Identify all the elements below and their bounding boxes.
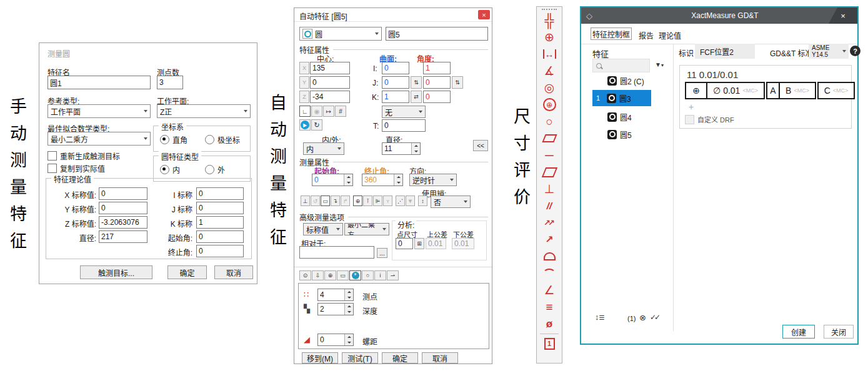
- tab-nominals[interactable]: 理论值: [659, 30, 681, 41]
- use-pin-select[interactable]: 否: [431, 195, 471, 208]
- j-nominal-input[interactable]: 0: [196, 202, 244, 214]
- select-all-icon[interactable]: ✓✓: [650, 313, 659, 322]
- radio-inner[interactable]: 内: [160, 164, 180, 175]
- surface-i-input[interactable]: 0: [382, 62, 409, 74]
- ref-type-select[interactable]: 工作平面: [47, 104, 151, 118]
- start-angle-input[interactable]: 0: [196, 230, 244, 243]
- anchor-icon[interactable]: ⊥: [301, 195, 310, 206]
- x-axis-button[interactable]: X: [299, 62, 309, 74]
- surface-j-input[interactable]: 0: [382, 76, 409, 89]
- y-axis-button[interactable]: Y: [299, 76, 309, 89]
- spinner[interactable]: [344, 334, 353, 345]
- bestfit-select[interactable]: 最小二乘方: [47, 132, 151, 146]
- angle-i-input[interactable]: 1: [423, 62, 451, 74]
- position-group-icon[interactable]: ╬: [545, 12, 554, 29]
- z-axis-button[interactable]: Z: [299, 91, 309, 103]
- num-hits-input[interactable]: 4: [317, 289, 354, 301]
- rotate-icon[interactable]: ↺: [311, 195, 320, 206]
- center-y-input[interactable]: 0: [310, 76, 350, 89]
- return-path-icon[interactable]: ↴: [331, 195, 340, 206]
- test-button[interactable]: 测试(T): [342, 352, 378, 364]
- upper-tol-input[interactable]: 0.01: [426, 238, 446, 249]
- tab-probe-toggle-icon[interactable]: ⊙: [299, 270, 311, 280]
- ok-button[interactable]: 确定: [382, 352, 418, 364]
- tab-ellipse-icon[interactable]: ○: [362, 270, 374, 280]
- snap-point-icon[interactable]: ∟: [299, 106, 311, 117]
- diameter-icon[interactable]: ø: [546, 315, 552, 332]
- hit-targets-button[interactable]: 触测目标...: [80, 265, 152, 279]
- circularity-icon[interactable]: ○: [546, 113, 552, 130]
- point-size-input[interactable]: 0: [396, 238, 413, 249]
- custom-drf-checkbox[interactable]: 自定义 DRF: [685, 114, 734, 124]
- keyin-icon[interactable]: 1: [544, 335, 555, 352]
- datum-b-cell[interactable]: B<MC>: [779, 82, 816, 99]
- perpendicularity-icon[interactable]: ⊥: [544, 181, 555, 197]
- updown-icon[interactable]: ↕: [418, 195, 427, 206]
- feature-item[interactable]: 圆5: [592, 126, 651, 142]
- depth-input[interactable]: 2: [317, 303, 354, 315]
- relative-to-input[interactable]: [299, 246, 374, 259]
- target-icon[interactable]: ⊕: [353, 195, 362, 206]
- position-icon[interactable]: ⊕: [544, 29, 554, 46]
- collapse-button[interactable]: <<: [473, 140, 488, 151]
- pitch-input[interactable]: 0: [317, 334, 354, 346]
- true-position-icon[interactable]: ⊕: [543, 96, 556, 113]
- regen-targets-checkbox[interactable]: 重新生成触测目标: [47, 151, 120, 161]
- fcf-id-input[interactable]: FCF位置2: [695, 44, 755, 59]
- spinner[interactable]: [344, 304, 353, 315]
- flip-vector-icon[interactable]: ⇅: [452, 76, 463, 89]
- spinner[interactable]: [394, 174, 402, 186]
- flatness-icon[interactable]: [544, 164, 556, 181]
- flip-vector-icon[interactable]: ⇅: [411, 76, 422, 89]
- region-icon[interactable]: ▭: [321, 195, 330, 206]
- feature-search-input[interactable]: [592, 59, 650, 72]
- feature-item-selected[interactable]: 1 圆3: [592, 90, 651, 106]
- add-segment-icon[interactable]: +: [689, 102, 694, 112]
- spinner[interactable]: [344, 289, 353, 300]
- center-z-input[interactable]: -34: [310, 91, 350, 103]
- gdt-standard-select[interactable]: ASME Y14.5: [809, 44, 849, 59]
- tab-pattern-icon-active[interactable]: *: [349, 270, 361, 280]
- num-hits-input[interactable]: 3: [157, 76, 183, 89]
- tab-info-icon[interactable]: i: [374, 270, 386, 280]
- workplane-select[interactable]: Z正: [157, 104, 251, 118]
- straightness-icon[interactable]: ─: [545, 147, 553, 164]
- end-angle-input[interactable]: 360: [362, 174, 403, 186]
- reset-icon[interactable]: ↻: [311, 119, 322, 131]
- spinner[interactable]: [411, 143, 420, 154]
- toolbar-grip[interactable]: [542, 9, 557, 10]
- angle-j-input[interactable]: 0: [423, 76, 451, 89]
- cancel-button[interactable]: 取消: [422, 352, 458, 364]
- inout-select[interactable]: 内: [303, 142, 344, 155]
- surface-mode-select[interactable]: 无: [382, 106, 426, 118]
- dual-probe-icon[interactable]: ʏ: [383, 195, 392, 206]
- help-icon[interactable]: ?: [850, 46, 861, 56]
- radio-outer[interactable]: 外: [205, 164, 225, 175]
- probe-comp-icon[interactable]: ⊞: [414, 238, 424, 249]
- cancel-button[interactable]: 取消: [214, 265, 253, 279]
- radio-polar[interactable]: 极坐标: [205, 134, 240, 145]
- clear-selection-icon[interactable]: ⊗: [639, 313, 646, 322]
- i-nominal-input[interactable]: 0: [196, 187, 244, 200]
- lower-tol-input[interactable]: 0.01: [452, 238, 474, 249]
- tab-report[interactable]: 报告: [639, 30, 654, 41]
- total-runout-icon[interactable]: ↗↗: [544, 214, 555, 231]
- create-button[interactable]: 创建: [782, 325, 815, 339]
- feature-type-select[interactable]: 圆: [299, 27, 382, 41]
- sort-icon[interactable]: ↕☰: [595, 312, 604, 322]
- filter-icon[interactable]: ▼▾: [655, 61, 664, 68]
- center-x-input[interactable]: 135: [310, 62, 350, 74]
- flip-vector-icon[interactable]: ⇄: [411, 91, 422, 103]
- ok-button[interactable]: 确定: [167, 265, 207, 279]
- profile-line-icon[interactable]: [543, 265, 556, 282]
- start-angle-input[interactable]: 0: [312, 174, 353, 186]
- angle-icon[interactable]: ∡: [544, 62, 554, 79]
- scan-points-icon[interactable]: ⋰: [396, 195, 405, 206]
- circular-runout-icon[interactable]: ↗: [545, 231, 553, 248]
- grid-icon[interactable]: #: [335, 106, 346, 117]
- tab-comment-icon[interactable]: ▭: [337, 270, 349, 280]
- t-input[interactable]: 0: [382, 119, 426, 132]
- nominal-mode-select[interactable]: 标称值: [303, 223, 343, 235]
- lift-path-icon[interactable]: ↱: [341, 195, 350, 206]
- cylindricity-icon[interactable]: [544, 130, 556, 147]
